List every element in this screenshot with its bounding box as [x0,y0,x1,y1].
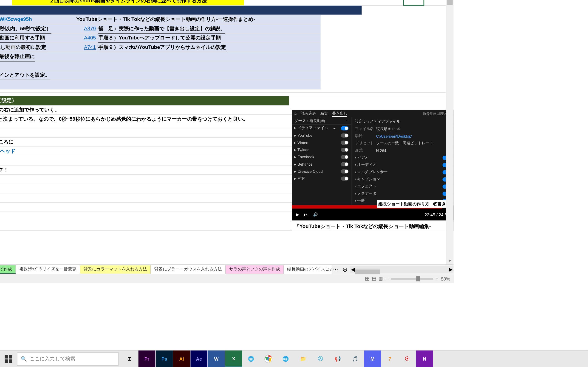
app-excel-icon[interactable]: X [225,350,242,367]
app-photoshop-icon[interactable]: Ps [156,350,173,367]
sheet-tab[interactable]: 背景にブラー・ガウスを入れる方法 [151,265,226,274]
app-7-icon[interactable]: 7 [381,350,398,367]
cell[interactable]: A741 [84,43,97,52]
next-icon[interactable]: ⏭ [304,212,308,217]
play-icon[interactable]: ▶ [296,212,299,217]
cell[interactable]: 手順９）スマホのYouTubeアプリからサムネイルの設定 [98,43,226,52]
statusbar: 準備完了 ▢ ▦ ▤ ▥ − + 88% [0,274,453,283]
hscroll-left[interactable]: ◀ [351,266,355,272]
grid[interactable]: ABCDEFGHIJKLMNOPQRSTUVWXYZAAAB 123456789… [0,0,453,231]
export-dest[interactable]: ▸ Behance [292,160,351,167]
app-audio-icon[interactable]: 🎵 [346,350,363,367]
sheet-tab[interactable]: サラの声とフクの声を作成 [226,265,284,274]
export-dest[interactable]: ▸ Vimeo [292,139,351,146]
sheet-tab[interactable]: 背景にカラーマットを入れる方法 [80,265,151,274]
app-word-icon[interactable]: W [208,350,225,367]
app-explorer-icon[interactable]: 📁 [295,350,312,367]
cell[interactable]: A379 [84,24,97,33]
embedded-image-export[interactable]: ⌂読み込み編集書き出し縦長動画 編集済み ソース：縦長動画⋯ ▸ メディアファイ… [292,110,453,231]
taskbar-search[interactable]: 🔍 ここに入力して検索 [17,352,119,366]
app-onenote-icon[interactable]: N [416,350,433,367]
zoom-level[interactable]: 88% [441,276,450,281]
cell[interactable]: 手順１）マーカーを設定しておく。（60秒以内。59秒で設定） [0,24,51,34]
svg-rect-3 [5,355,8,358]
cell[interactable]: 手順４）動画から完成画の間に、動画の最後を静止画に [0,52,35,62]
zoom-in-icon[interactable]: + [435,276,438,281]
cell[interactable]: 手順２）横長動画の動画クリップを縦長動画に利用する手順 [0,33,45,43]
app-premiere-icon[interactable]: Pr [138,350,156,367]
cell[interactable]: ２回目以降のshorts動画をタイムラインの右側に並べて制作する方法 [12,0,244,5]
cell[interactable]: 手順６）ショート動画を書き出す準備。インとアウトを設定。 [0,71,50,80]
sheet-more-icon[interactable]: ⋯ [331,266,340,272]
svg-rect-4 [9,355,12,358]
export-dest[interactable]: ▸ YouTube [292,132,351,139]
cell[interactable]: 。の上で右クリック！ [0,166,9,175]
new-sheet-button[interactable]: ⊕ [340,266,350,273]
cell[interactable]: 青いハンドル棒＝再生ヘッド [0,147,15,156]
cell[interactable]: ■ shorts動画は、長さの規定で１分(60秒以内)と決まっている。なので、0… [0,115,248,124]
svg-rect-5 [5,359,8,363]
export-dest[interactable]: ▸ FTP [292,175,351,182]
svg-rect-6 [9,359,12,363]
app-illustrator-icon[interactable]: Ai [173,350,190,367]
volume-icon[interactable]: 🔊 [313,212,318,217]
vertical-scrollbar[interactable]: ▴ ▾ [446,0,453,265]
taskbar: 🔍 ここに入力して検索 ⊞ Pr Ps Ai Ae W X 🌐 🌐 📁 Ⓢ 📢 … [0,350,588,367]
home-icon: ⌂ [294,111,296,116]
cell[interactable]: 手順1）マーカーを設定しておく。（60秒以内。59秒で設定） [0,96,17,105]
app-chrome2-icon[interactable]: 🌐 [277,350,294,367]
zoom-out-icon[interactable]: − [385,276,388,281]
app-edge-icon[interactable]: 🌐 [242,350,259,367]
cell[interactable]: ■ 一つ目の動画が出来たら、同じタイムラインの右に追加で作っていく。 [0,106,60,115]
start-button[interactable] [0,350,17,367]
view-normal-icon[interactable]: ▦ [365,276,369,282]
sheet-tab[interactable]: 縦長動画のデバイスごとの見え方 [284,265,331,274]
cell[interactable]: YouTubeショート・Tik Tokなどの縦長ショート動画の作り方-一連操作ま… [76,15,255,24]
cell[interactable]: A405 [84,33,97,42]
view-page-icon[interactable]: ▤ [372,276,376,282]
sheet-tab[interactable]: ▲２つ目の動画-同じタイムラインで作成 [0,265,16,274]
cell[interactable]: 青いハンドル棒をこれから動画を作るところに [0,138,14,147]
app-rec-icon[interactable]: ⦿ [399,350,416,367]
app-m-icon[interactable]: M [364,350,381,367]
cell[interactable]: 補 足）実際に作った動画で【書き出し設定】の解説。 [98,24,225,34]
cell[interactable]: 手順３）サムネイルをPhotoshopで作成し動画の最初に設定 [0,43,46,52]
cell[interactable]: 参考動画 https://youtu.be/JsS7GZPpQW0?si=1br… [0,15,32,24]
cell[interactable]: 手順８）YouTubeへアップロードして公開の設定手順 [98,33,221,43]
task-view-icon[interactable]: ⊞ [121,350,138,367]
export-dest[interactable]: ▸ Twitter [292,146,351,153]
view-break-icon[interactable]: ▥ [379,276,383,282]
app-skype-icon[interactable]: Ⓢ [312,350,329,367]
app-voice-icon[interactable]: 📢 [329,350,346,367]
app-chrome-icon[interactable] [260,350,277,367]
zoom-slider[interactable] [391,278,433,279]
sheet-tabs: ◀▶ ▲ショート動画作成手順▲２つ目の動画-同じタイムラインで作成複数ｸﾘｯﾌﾟ… [0,265,453,274]
export-dest[interactable]: ▸ Creative Cloud [292,168,351,175]
sheet-tab[interactable]: 複数ｸﾘｯﾌﾟのサイズを一括変更 [16,265,80,274]
export-dest[interactable]: ▸ メディアファイル⋯ [292,125,351,132]
hscroll-right[interactable]: ▶ [449,266,453,272]
app-aftereffects-icon[interactable]: Ae [190,350,208,367]
export-dest[interactable]: ▸ Facebook [292,153,351,160]
